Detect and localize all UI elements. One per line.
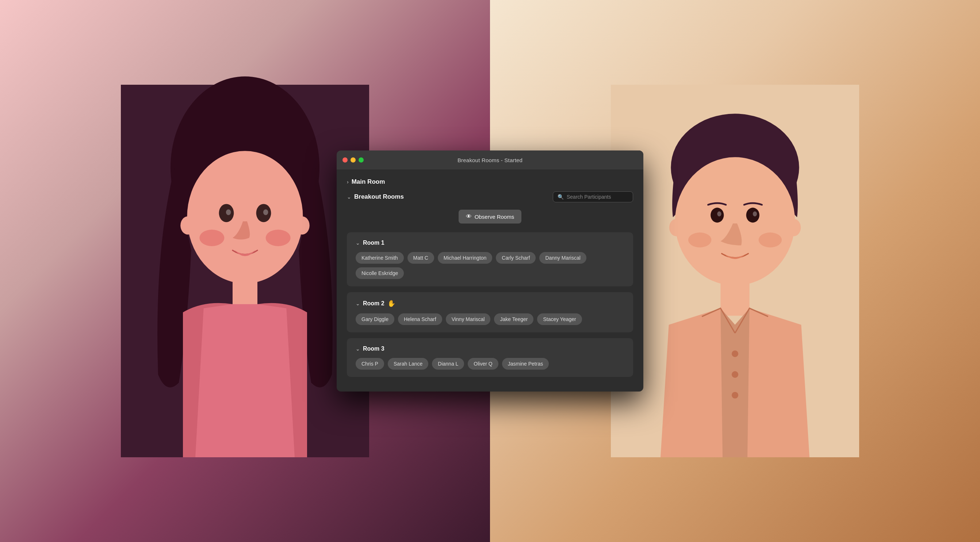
breakout-rooms-modal: Breakout Rooms - Started › Main Room ⌄ B… [337,150,643,392]
room-1-chevron[interactable]: ⌄ [356,240,360,246]
participant-chip[interactable]: Sarah Lance [388,358,428,370]
participant-chip[interactable]: Oliver Q [468,358,498,370]
svg-point-14 [675,157,795,285]
svg-point-16 [759,233,782,248]
room-1-participants: Katherine Smith Matt C Michael Harringto… [356,252,624,279]
main-room-chevron[interactable]: › [347,179,349,185]
participant-chip[interactable]: Helena Scharf [398,313,442,325]
room-card-3: ⌄ Room 3 Chris P Sarah Lance Dianna L Ol… [347,338,633,377]
search-box[interactable]: 🔍 [553,191,633,202]
svg-point-4 [266,230,291,246]
svg-point-15 [688,233,711,248]
room-2-title: Room 2 [363,300,385,307]
participant-chip[interactable]: Matt C [407,252,434,264]
room-3-title: Room 3 [363,346,385,352]
room-3-chevron[interactable]: ⌄ [356,346,360,352]
window-title: Breakout Rooms - Started [458,157,522,163]
participant-chip[interactable]: Gary Diggle [356,313,395,325]
participant-chip[interactable]: Nicolle Eskridge [356,267,404,279]
room-2-chevron[interactable]: ⌄ [356,301,360,306]
observe-icon: 👁 [466,213,472,220]
svg-point-17 [711,208,724,223]
svg-point-10 [180,216,195,234]
rooms-list: ⌄ Room 1 Katherine Smith Matt C Michael … [347,232,633,377]
room-2-header: ⌄ Room 2 ✋ [356,300,624,308]
svg-point-18 [746,208,759,223]
participant-chip[interactable]: Carly Scharf [496,252,536,264]
traffic-lights [342,158,364,163]
main-room-section: › Main Room [347,178,633,185]
participant-chip[interactable]: Vinny Mariscal [446,313,491,325]
breakout-rooms-title: Breakout Rooms [354,193,404,201]
breakout-header-left: ⌄ Breakout Rooms [347,193,404,201]
participant-chip[interactable]: Dianna L [432,358,464,370]
observe-label: Observe Rooms [475,214,514,220]
participant-chip[interactable]: Danny Mariscal [539,252,586,264]
participant-chip[interactable]: Chris P [356,358,384,370]
room-1-title: Room 1 [363,239,385,246]
main-room-title: Main Room [352,178,385,185]
room-2-participants: Gary Diggle Helena Scharf Vinny Mariscal… [356,313,624,325]
participant-chip[interactable]: Jasmine Petras [502,358,549,370]
room-2-raise-hand-icon: ✋ [387,300,395,308]
room-3-header: ⌄ Room 3 [356,346,624,352]
room-card-1: ⌄ Room 1 Katherine Smith Matt C Michael … [347,232,633,286]
svg-point-22 [669,219,684,236]
search-input[interactable] [567,194,628,200]
svg-point-23 [787,219,801,236]
male-avatar [611,52,859,490]
svg-point-19 [717,212,721,217]
minimize-button[interactable] [350,158,356,163]
svg-point-11 [295,216,310,234]
svg-point-7 [226,209,231,215]
svg-point-26 [732,392,738,399]
modal-content: › Main Room ⌄ Breakout Rooms 🔍 👁 Observe… [337,169,643,392]
svg-point-25 [732,371,738,378]
svg-point-8 [263,209,268,215]
maximize-button[interactable] [358,158,364,163]
room-1-header: ⌄ Room 1 [356,239,624,246]
svg-point-24 [732,351,738,357]
close-button[interactable] [342,158,348,163]
participant-chip[interactable]: Michael Harrington [438,252,493,264]
room-3-participants: Chris P Sarah Lance Dianna L Oliver Q Ja… [356,358,624,370]
svg-point-3 [199,230,224,246]
breakout-rooms-header: ⌄ Breakout Rooms 🔍 [347,191,633,202]
svg-point-2 [187,151,303,284]
observe-rooms-button[interactable]: 👁 Observe Rooms [458,210,522,223]
svg-point-20 [753,212,757,217]
participant-chip[interactable]: Katherine Smith [356,252,404,264]
room-card-2: ⌄ Room 2 ✋ Gary Diggle Helena Scharf Vin… [347,292,633,332]
titlebar: Breakout Rooms - Started [337,150,643,169]
participant-chip[interactable]: Stacey Yeager [537,313,582,325]
breakout-rooms-chevron[interactable]: ⌄ [347,194,351,200]
female-avatar [121,52,369,490]
participant-chip[interactable]: Jake Teeger [494,313,533,325]
svg-rect-21 [721,283,749,316]
search-icon: 🔍 [558,194,564,200]
